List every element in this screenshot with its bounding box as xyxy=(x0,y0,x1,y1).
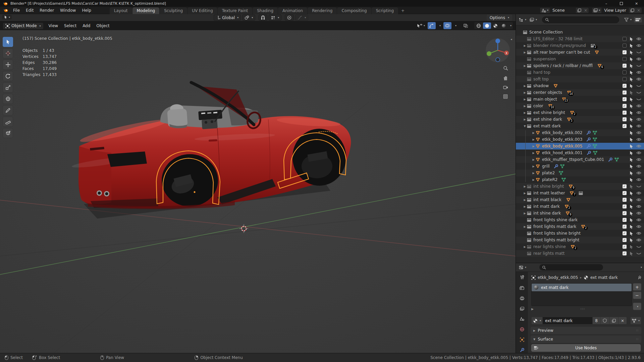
exclude-checkbox[interactable]: ✓ xyxy=(623,124,627,128)
exclude-checkbox[interactable]: ✓ xyxy=(623,191,627,195)
exclude-checkbox[interactable]: ✓ xyxy=(623,225,627,229)
options-dropdown[interactable]: Options▾ xyxy=(487,14,512,21)
selectable-toggle[interactable] xyxy=(629,231,634,236)
hide-eye-closed-icon[interactable] xyxy=(636,251,641,256)
selectable-toggle[interactable] xyxy=(629,104,634,108)
exclude-checkbox[interactable] xyxy=(623,44,627,48)
outliner-row[interactable]: ▶blender rims/tyres/ground2 xyxy=(516,42,644,49)
properties-tab-view-layer[interactable] xyxy=(517,306,527,312)
collapse-arrow-icon[interactable]: ▼ xyxy=(523,125,527,128)
pin-icon[interactable] xyxy=(637,276,641,280)
snap-target-dropdown[interactable]: ▾ xyxy=(269,14,281,21)
expand-arrow-icon[interactable]: ▶ xyxy=(531,178,536,181)
menu-help[interactable]: Help xyxy=(79,7,94,13)
camera-view-button[interactable] xyxy=(503,85,508,89)
viewport-menu-view[interactable]: View xyxy=(46,23,61,28)
breadcrumb-material[interactable]: ext matt dark xyxy=(590,275,618,280)
exclude-checkbox[interactable]: ✓ xyxy=(623,198,627,202)
expand-arrow-icon[interactable]: ▶ xyxy=(531,158,536,161)
selectable-toggle[interactable] xyxy=(629,111,634,115)
overlays-dropdown[interactable]: ▾ xyxy=(453,22,458,29)
exclude-checkbox[interactable]: ✓ xyxy=(623,111,627,115)
exclude-checkbox[interactable] xyxy=(623,77,627,81)
hide-eye-icon[interactable] xyxy=(636,137,641,142)
expand-arrow-icon[interactable]: ▶ xyxy=(523,212,527,215)
exclude-checkbox[interactable]: ✓ xyxy=(623,90,627,95)
selectable-toggle[interactable] xyxy=(629,137,634,142)
tool-transform-button[interactable] xyxy=(3,94,13,104)
selectable-toggle[interactable] xyxy=(629,30,634,35)
outliner-row[interactable]: ▶int shine bright9✓ xyxy=(516,183,644,190)
selectable-toggle[interactable] xyxy=(629,164,634,169)
material-name-field[interactable]: ext matt dark xyxy=(543,317,593,324)
mode-dropdown[interactable]: Object Mode ▾ xyxy=(3,22,44,29)
outliner-row[interactable]: Scene Collection xyxy=(516,29,644,36)
hide-eye-icon[interactable] xyxy=(636,211,641,216)
view-layer-name-field[interactable]: View Layer xyxy=(601,8,629,13)
hide-eye-icon[interactable] xyxy=(636,158,641,162)
outliner-row[interactable]: ▶etkk_body_etkk.005 xyxy=(516,143,644,149)
selectable-toggle[interactable] xyxy=(629,178,634,182)
hide-eye-icon[interactable] xyxy=(636,151,641,155)
expand-arrow-icon[interactable]: ▶ xyxy=(523,98,527,101)
expand-arrow-icon[interactable]: ▶ xyxy=(523,245,527,248)
workspace-tab-compositing[interactable]: Compositing xyxy=(337,7,371,14)
selectable-toggle[interactable] xyxy=(629,70,634,75)
exclude-checkbox[interactable]: ✓ xyxy=(623,211,627,215)
show-overlays-toggle[interactable] xyxy=(443,22,451,29)
hide-eye-icon[interactable] xyxy=(636,204,641,209)
shading-wireframe-button[interactable] xyxy=(475,22,483,29)
outliner-row[interactable]: ▶front lights matt dark2✓ xyxy=(516,223,644,230)
expand-arrow-icon[interactable]: ▶ xyxy=(523,118,527,121)
workspace-tab-uv-editing[interactable]: UV Editing xyxy=(187,7,217,14)
browse-material-dropdown[interactable]: ▾ xyxy=(531,317,543,324)
expand-arrow-icon[interactable]: ▶ xyxy=(523,64,527,67)
3d-viewport[interactable]: Object Mode ▾ ViewSelectAddObject ▾ ▾ ▾ … xyxy=(0,21,516,353)
selectable-toggle[interactable] xyxy=(629,245,634,249)
transform-orientation-dropdown[interactable]: Global▾ xyxy=(214,14,241,21)
exclude-checkbox[interactable] xyxy=(623,70,627,74)
hide-eye-closed-icon[interactable] xyxy=(636,97,641,102)
selectable-toggle[interactable] xyxy=(629,218,634,222)
zoom-button[interactable] xyxy=(503,66,508,71)
hide-eye-icon[interactable] xyxy=(636,104,641,108)
outliner-row[interactable]: ▶alt rear bumper can't be cut✓ xyxy=(516,49,644,56)
selectable-toggle[interactable] xyxy=(629,211,634,216)
xray-toggle[interactable] xyxy=(462,22,470,29)
hide-eye-icon[interactable] xyxy=(636,131,641,135)
outliner-row[interactable]: ▶rear lights shine2✓ xyxy=(516,243,644,250)
menu-render[interactable]: Render xyxy=(37,7,57,13)
selectable-toggle[interactable] xyxy=(629,191,634,195)
outliner-row[interactable]: rear lights matt✓ xyxy=(516,250,644,257)
delete-scene-button[interactable]: × xyxy=(583,8,589,13)
outliner-row[interactable]: ▶grill xyxy=(516,163,644,170)
delete-view-layer-button[interactable]: × xyxy=(636,8,642,13)
workspace-tab-scripting[interactable]: Scripting xyxy=(372,7,398,14)
expand-arrow-icon[interactable]: ▶ xyxy=(523,111,527,114)
outliner-row[interactable]: soft top xyxy=(516,76,644,82)
tool-move-button[interactable] xyxy=(3,60,13,70)
hide-eye-icon[interactable] xyxy=(636,198,641,202)
exclude-checkbox[interactable]: ✓ xyxy=(623,64,627,68)
workspace-tab-texture-paint[interactable]: Texture Paint xyxy=(218,7,252,14)
sidebar-collapse-icon[interactable]: ◂ xyxy=(511,38,512,41)
selectable-toggle[interactable] xyxy=(629,64,634,68)
hide-eye-icon[interactable] xyxy=(636,178,641,182)
material-slot-item[interactable]: ext matt dark xyxy=(532,284,632,291)
outliner-row[interactable]: ▶ext shine dark5✓ xyxy=(516,116,644,123)
gizmos-dropdown[interactable]: ▾ xyxy=(437,22,442,29)
outliner-display-mode-dropdown[interactable]: ▾ xyxy=(518,17,527,22)
expand-arrow-icon[interactable]: ▶ xyxy=(523,91,527,94)
new-collection-button[interactable] xyxy=(634,17,642,22)
properties-tab-modifiers[interactable] xyxy=(517,347,527,353)
menu-window[interactable]: Window xyxy=(57,7,79,13)
outliner-row[interactable]: hard top xyxy=(516,69,644,76)
selectable-toggle[interactable] xyxy=(629,124,634,128)
material-link-dropdown[interactable]: ▾ xyxy=(630,317,641,324)
properties-editor-dropdown[interactable]: ▾ xyxy=(518,265,527,270)
selectable-toggle[interactable] xyxy=(629,97,634,102)
close-button[interactable]: × xyxy=(629,0,644,7)
snap-toggle[interactable] xyxy=(259,14,267,21)
outliner-row[interactable]: suspension xyxy=(516,56,644,62)
properties-tab-world[interactable] xyxy=(517,326,527,332)
